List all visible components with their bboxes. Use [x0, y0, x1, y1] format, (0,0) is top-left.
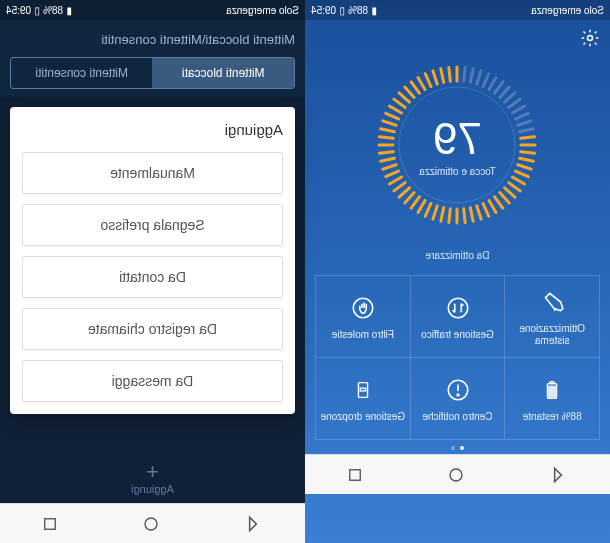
option-manual[interactable]: Manualmente: [22, 152, 283, 194]
svg-point-62: [448, 298, 468, 318]
svg-point-0: [588, 36, 593, 41]
svg-point-72: [451, 469, 463, 481]
notification-icon: [443, 375, 473, 405]
grid-label: Gestione traffico: [417, 329, 498, 341]
grid-battery[interactable]: 88% restante: [504, 358, 599, 440]
svg-rect-75: [45, 518, 56, 529]
grid-label: Filtro molestie: [328, 329, 398, 341]
status-time: 09:54: [6, 5, 31, 16]
svg-point-69: [457, 394, 459, 396]
add-dialog: Aggiungi Manualmente Segnala prefisso Da…: [10, 107, 295, 414]
svg-rect-71: [360, 388, 366, 391]
status-signal-icon: ▮: [371, 5, 377, 16]
hand-stop-icon: [348, 293, 378, 323]
grid-dropzone[interactable]: Gestione dropzone: [315, 358, 410, 440]
svg-point-63: [353, 298, 373, 318]
status-battery-icon: ▯: [34, 5, 40, 16]
status-bar: Solo emergenza ▮ 88% ▯ 09:54: [0, 0, 305, 20]
score-area: 79 Tocca e ottimizza Da ottimizzare: [305, 56, 610, 275]
tab-blocked[interactable]: Mittenti bloccati: [153, 58, 295, 88]
tabs: Mittenti bloccati Mittenti consentiti: [10, 57, 295, 89]
svg-rect-73: [350, 469, 361, 480]
dot-active: [460, 446, 464, 450]
nav-back[interactable]: [549, 465, 569, 485]
grid-traffic[interactable]: Gestione traffico: [410, 276, 505, 358]
status-bar: Solo emergenza ▮ 88% ▯ 09:54: [305, 0, 610, 20]
tab-allowed[interactable]: Mittenti consentiti: [11, 58, 153, 88]
dot: [451, 446, 455, 450]
page-indicator: [305, 440, 610, 454]
system-nav-bar: [305, 454, 610, 494]
dialog-title: Aggiungi: [22, 121, 283, 138]
screen-header: Mittenti bloccati\Mittenti consentiti Mi…: [0, 20, 305, 97]
grid-label: Gestione dropzone: [317, 411, 410, 423]
dropzone-icon: [348, 375, 378, 405]
grid-notifications[interactable]: Centro notifiche: [410, 358, 505, 440]
brush-icon: [537, 287, 567, 317]
phone-manager-screen: Solo emergenza ▮ 88% ▯ 09:54 79: [305, 0, 610, 543]
blocked-senders-screen: Solo emergenza ▮ 88% ▯ 09:54 Mittenti bl…: [0, 0, 305, 543]
breadcrumb: Mittenti bloccati\Mittenti consentiti: [10, 32, 295, 47]
grid-label: 88% restante: [519, 411, 586, 423]
status-carrier: Solo emergenza: [531, 5, 604, 16]
add-label: Aggiungi: [131, 483, 174, 495]
svg-rect-65: [550, 381, 554, 383]
option-calllog[interactable]: Da registro chiamate: [22, 308, 283, 350]
score-subtitle: Tocca e ottimizza: [419, 166, 496, 177]
grid-harassment-filter[interactable]: Filtro molestie: [315, 276, 410, 358]
app-header: [305, 20, 610, 56]
status-signal-icon: ▮: [66, 5, 72, 16]
nav-back[interactable]: [244, 514, 264, 534]
system-nav-bar: [0, 503, 305, 543]
status-time: 09:54: [311, 5, 336, 16]
status-battery-text: 88%: [348, 5, 368, 16]
grid-label: Centro notifiche: [418, 411, 496, 423]
optimize-status: Da ottimizzare: [426, 250, 490, 261]
status-battery-icon: ▯: [339, 5, 345, 16]
option-prefix[interactable]: Segnala prefisso: [22, 204, 283, 246]
nav-recent[interactable]: [42, 515, 60, 533]
status-carrier: Solo emergenza: [226, 5, 299, 16]
settings-icon[interactable]: [580, 28, 600, 48]
svg-point-74: [146, 518, 158, 530]
score-gauge[interactable]: 79 Tocca e ottimizza: [373, 60, 543, 230]
option-contacts[interactable]: Da contatti: [22, 256, 283, 298]
nav-recent[interactable]: [347, 466, 365, 484]
grid-system-optimization[interactable]: Ottimizzazione sistema: [504, 276, 599, 358]
option-messages[interactable]: Da messaggi: [22, 360, 283, 402]
traffic-icon: [443, 293, 473, 323]
battery-icon: [537, 375, 567, 405]
status-battery-text: 88%: [43, 5, 63, 16]
add-button[interactable]: + Aggiungi: [0, 453, 305, 503]
plus-icon: +: [146, 461, 159, 483]
feature-grid: Ottimizzazione sistema Gestione traffico…: [315, 275, 600, 440]
score-value: 79: [433, 114, 482, 164]
nav-home[interactable]: [448, 466, 466, 484]
screen-body: + Aggiungi Aggiungi Manualmente Segnala …: [0, 97, 305, 503]
svg-rect-66: [549, 386, 555, 397]
nav-home[interactable]: [143, 515, 161, 533]
grid-label: Ottimizzazione sistema: [505, 323, 599, 347]
